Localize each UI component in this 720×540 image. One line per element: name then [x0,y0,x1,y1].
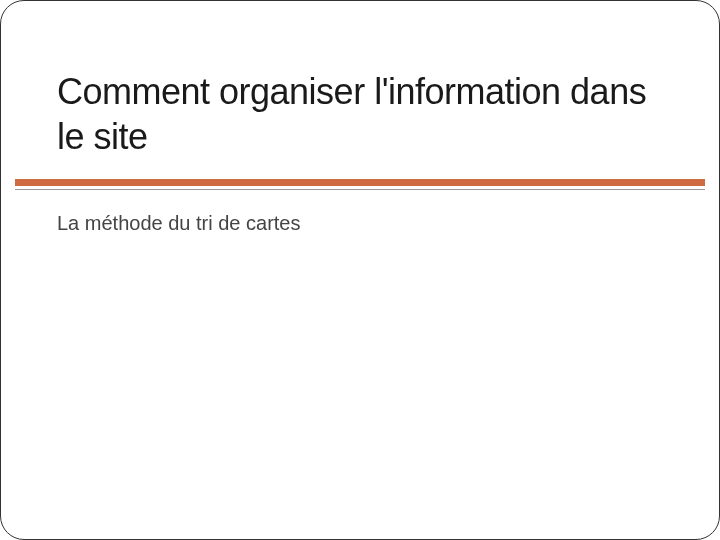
slide: Comment organiser l'information dans le … [0,0,720,540]
slide-title: Comment organiser l'information dans le … [1,1,719,171]
divider [15,179,705,190]
slide-subtitle: La méthode du tri de cartes [1,190,719,235]
divider-thick [15,179,705,186]
